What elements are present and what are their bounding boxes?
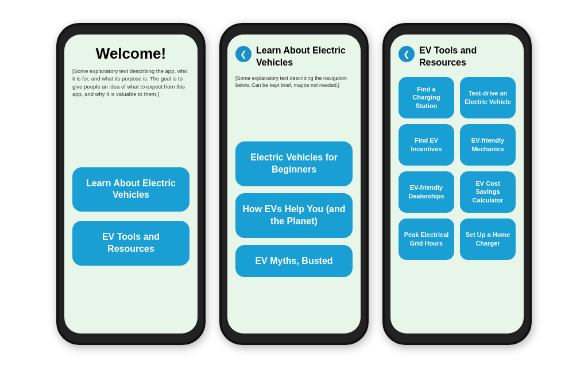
learn-title: Learn About Electric Vehicles <box>256 45 353 69</box>
peak-hours-button[interactable]: Peak Electrical Grid Hours <box>399 218 454 260</box>
ev-calculator-button[interactable]: EV Cost Savings Calculator <box>460 171 516 213</box>
evs-help-button[interactable]: How EVs Help You (and the Planet) <box>235 193 353 238</box>
learn-buttons: Electric Vehicles for Beginners How EVs … <box>235 96 353 323</box>
ev-myths-button[interactable]: EV Myths, Busted <box>235 245 353 278</box>
back-button-learn[interactable]: ❮ <box>235 46 252 62</box>
test-drive-button[interactable]: Test-drive an Electric Vehicle <box>460 77 516 118</box>
ev-beginners-button[interactable]: Electric Vehicles for Beginners <box>235 141 353 186</box>
find-charging-button[interactable]: Find a Charging Station <box>399 77 454 118</box>
phone-2: ❮ Learn About Electric Vehicles [Some ex… <box>219 23 369 345</box>
welcome-description: [Some explanatory text describing the ap… <box>72 67 189 98</box>
phone-screens: Welcome! [Some explanatory text describi… <box>56 23 532 345</box>
screen-welcome: Welcome! [Some explanatory text describi… <box>64 34 198 334</box>
learn-header: ❮ Learn About Electric Vehicles <box>235 45 353 69</box>
phone-1: Welcome! [Some explanatory text describi… <box>56 23 206 345</box>
tools-title: EV Tools and Resources <box>419 45 516 69</box>
learn-description: [Some explanatory text describing the na… <box>235 75 353 89</box>
learn-ev-button[interactable]: Learn About Electric Vehicles <box>72 167 189 212</box>
back-button-tools[interactable]: ❮ <box>399 46 415 62</box>
ev-tools-button[interactable]: EV Tools and Resources <box>72 221 189 266</box>
ev-dealerships-button[interactable]: EV-friendly Dealerships <box>399 171 454 213</box>
phone-3: ❮ EV Tools and Resources Find a Charging… <box>382 23 532 345</box>
home-charger-button[interactable]: Set Up a Home Charger <box>460 218 516 260</box>
find-incentives-button[interactable]: Find EV Incentives <box>399 124 454 166</box>
tools-grid: Find a Charging Station Test-drive an El… <box>399 77 516 323</box>
screen-tools: ❮ EV Tools and Resources Find a Charging… <box>390 34 524 334</box>
welcome-buttons: Learn About Electric Vehicles EV Tools a… <box>72 109 189 323</box>
screen-learn: ❮ Learn About Electric Vehicles [Some ex… <box>227 34 361 334</box>
ev-mechanics-button[interactable]: EV-friendly Mechanics <box>460 124 516 166</box>
welcome-title: Welcome! <box>72 45 189 63</box>
tools-header: ❮ EV Tools and Resources <box>399 45 516 69</box>
